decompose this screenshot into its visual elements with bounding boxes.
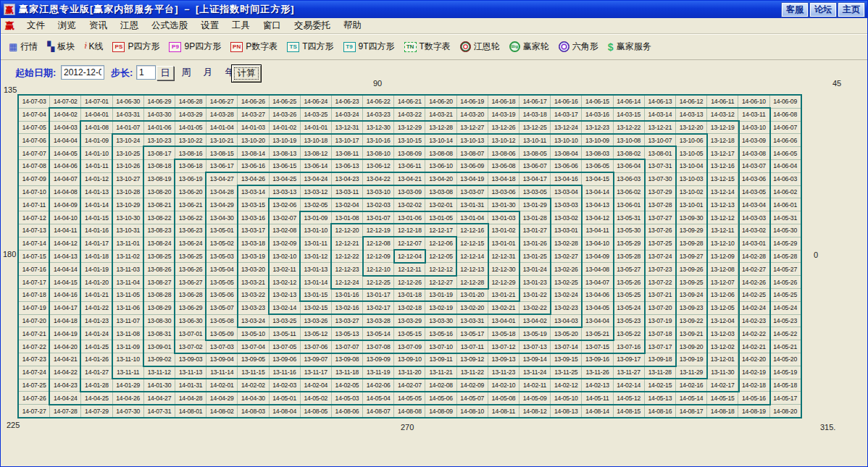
date-cell: 13-07-31	[644, 159, 675, 172]
customer-service-button[interactable]: 客服	[782, 3, 808, 17]
date-cell: 13-11-07	[112, 314, 143, 327]
date-cell: 13-11-20	[394, 366, 425, 379]
date-cell: 13-08-05	[519, 147, 551, 160]
date-cell: 13-05-29	[613, 237, 644, 250]
hexagon-icon	[559, 41, 569, 52]
menu-item-公式选股[interactable]: 公式选股	[145, 20, 194, 32]
period-option-周[interactable]: 周	[178, 66, 195, 79]
date-cell: 14-06-04	[769, 159, 801, 172]
date-cell: 12-12-26	[394, 276, 425, 289]
toolbar-item-9P四方形[interactable]: P99P四方形	[167, 39, 223, 54]
date-cell: 13-10-24	[112, 134, 143, 147]
menu-item-江恩[interactable]: 江恩	[114, 20, 145, 32]
date-cell: 13-01-03	[488, 211, 519, 224]
toolbar-item-T数字表[interactable]: TNT数字表	[402, 39, 453, 54]
toolbar-item-六角形[interactable]: 六角形	[556, 39, 601, 54]
calculate-button[interactable]: 计算	[231, 64, 262, 83]
date-cell: 14-06-06	[769, 134, 801, 147]
date-cell: 13-02-18	[394, 301, 425, 314]
date-cell: 13-07-18	[644, 327, 675, 340]
date-cell: 14-06-21	[394, 96, 425, 109]
date-cell: 14-01-14	[81, 198, 112, 211]
toolbar-item-K线[interactable]: ꜟꜞK线	[82, 39, 105, 54]
angle-label-135: 135	[4, 85, 17, 94]
toolbar-item-label: 行情	[20, 41, 38, 53]
date-cell: 14-03-26	[269, 108, 300, 121]
date-cell: 13-06-24	[175, 237, 206, 250]
date-cell: 13-04-07	[582, 276, 613, 289]
menu-item-设置[interactable]: 设置	[194, 20, 225, 32]
date-cell: 13-12-24	[551, 121, 582, 134]
menu-item-交易委托[interactable]: 交易委托	[288, 20, 337, 32]
angle-label-225: 225	[7, 421, 20, 429]
date-cell: 14-06-05	[769, 147, 801, 160]
toolbar-item-P四方形[interactable]: PSP四方形	[110, 39, 162, 54]
date-cell: 14-04-08	[50, 185, 81, 198]
menu-item-资讯[interactable]: 资讯	[83, 20, 114, 32]
date-cell: 14-07-27	[19, 405, 50, 418]
date-cell: 14-03-11	[738, 108, 769, 121]
date-cell: 14-02-09	[456, 379, 488, 392]
toolbar-item-label: T四方形	[302, 41, 333, 53]
date-cell: 13-09-15	[551, 353, 582, 366]
date-cell: 13-09-07	[300, 353, 331, 366]
toolbar-item-9T四方形[interactable]: T99T四方形	[341, 39, 397, 54]
date-cell: 13-07-24	[644, 250, 675, 263]
date-cell: 14-05-01	[269, 392, 300, 405]
menu-item-浏览[interactable]: 浏览	[51, 20, 83, 32]
date-cell: 13-02-21	[488, 301, 519, 314]
toolbar-item-行情[interactable]: ▦行情	[7, 39, 40, 54]
date-cell: 14-05-19	[769, 366, 801, 379]
date-cell: 13-01-16	[331, 288, 362, 301]
date-cell: 13-08-26	[143, 263, 175, 276]
date-cell: 13-09-30	[675, 211, 706, 224]
toolbar-item-label: T数字表	[420, 41, 451, 53]
date-cell: 13-01-27	[519, 224, 551, 237]
date-cell: 14-01-09	[81, 134, 112, 147]
date-cell: 14-06-14	[613, 96, 644, 109]
period-option-月[interactable]: 月	[199, 66, 217, 79]
date-cell: 13-03-06	[488, 185, 519, 198]
date-cell: 13-10-19	[269, 134, 300, 147]
date-cell: 13-03-05	[519, 185, 551, 198]
menu-item-窗口[interactable]: 窗口	[256, 20, 288, 32]
toolbar-item-江恩轮[interactable]: 江恩轮	[458, 39, 502, 54]
date-cell: 13-07-14	[551, 340, 582, 353]
date-cell: 13-09-04	[206, 353, 238, 366]
date-cell: 14-03-02	[738, 224, 769, 237]
toolbar-item-T四方形[interactable]: TST四方形	[285, 39, 335, 54]
date-cell: 13-05-11	[269, 327, 300, 340]
date-cell: 14-03-15	[613, 108, 644, 121]
date-cell: 13-06-20	[175, 185, 206, 198]
start-date-input[interactable]	[61, 65, 104, 80]
toolbar-item-板块[interactable]: ▚板块	[45, 39, 77, 54]
date-cell: 14-08-08	[394, 405, 425, 418]
date-cell: 13-10-22	[175, 134, 206, 147]
date-cell: 13-09-23	[675, 301, 706, 314]
toolbar-item-赢家服务[interactable]: $赢家服务	[606, 39, 654, 54]
step-input[interactable]	[136, 65, 156, 80]
menu-item-文件[interactable]: 文件	[20, 20, 51, 32]
date-cell: 13-10-09	[582, 134, 613, 147]
date-cell: 13-02-13	[269, 288, 300, 301]
date-cell: 13-03-18	[238, 237, 269, 250]
date-cell: 13-04-24	[300, 172, 331, 185]
date-cell: 13-01-14	[300, 276, 331, 289]
menu-item-工具[interactable]: 工具	[225, 20, 256, 32]
date-cell: 12-12-13	[456, 263, 488, 276]
date-cell: 13-02-05	[300, 198, 331, 211]
toolbar-item-label: 9T四方形	[359, 41, 395, 53]
angle-label-180: 180	[3, 250, 16, 258]
forum-button[interactable]: 论坛	[810, 3, 836, 17]
date-cell: 13-02-08	[269, 224, 300, 237]
date-cell: 13-03-21	[238, 276, 269, 289]
homepage-button[interactable]: 主页	[838, 3, 864, 17]
menu-item-帮助[interactable]: 帮助	[337, 20, 368, 32]
period-option-日[interactable]: 日	[157, 66, 174, 80]
date-cell: 13-09-21	[675, 327, 706, 340]
date-cell: 14-05-24	[769, 301, 801, 314]
date-cell: 13-04-10	[582, 237, 613, 250]
toolbar-item-赢家轮[interactable]: Big赢家轮	[507, 39, 551, 54]
toolbar-item-P数字表[interactable]: PNP数字表	[228, 39, 280, 54]
date-cell: 14-08-06	[331, 405, 362, 418]
